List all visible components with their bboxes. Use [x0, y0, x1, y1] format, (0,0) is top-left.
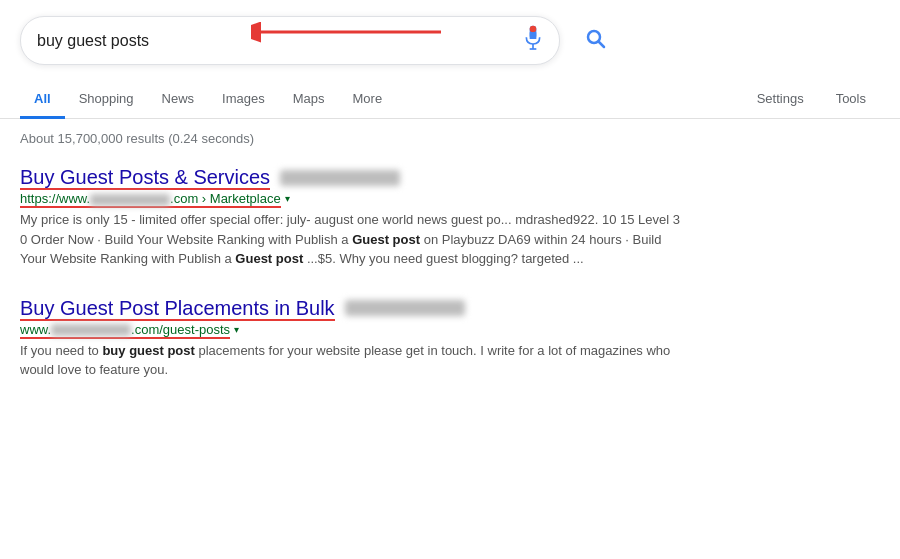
- blurred-url-2: [51, 324, 131, 336]
- dropdown-arrow-2[interactable]: ▾: [234, 324, 239, 335]
- tab-tools[interactable]: Tools: [822, 81, 880, 119]
- result-title-text-2: Buy Guest Post Placements in Bulk: [20, 297, 335, 321]
- page-wrapper: All Shopping News Images Maps More Setti…: [0, 0, 900, 559]
- result-description-1: My price is only 15 - limited offer spec…: [20, 210, 680, 269]
- search-box: [20, 16, 560, 65]
- results-area: About 15,700,000 results (0.24 seconds) …: [0, 119, 900, 428]
- tab-shopping[interactable]: Shopping: [65, 81, 148, 119]
- result-title-row-2: Buy Guest Post Placements in Bulk: [20, 297, 880, 320]
- tab-news[interactable]: News: [148, 81, 209, 119]
- results-count: About 15,700,000 results (0.24 seconds): [20, 131, 880, 146]
- result-item: Buy Guest Post Placements in Bulk www..c…: [20, 297, 880, 380]
- blurred-url-1: [90, 194, 170, 206]
- svg-rect-2: [530, 32, 537, 39]
- result-title-link-2[interactable]: Buy Guest Post Placements in Bulk: [20, 297, 335, 320]
- nav-right: Settings Tools: [743, 81, 880, 118]
- dropdown-arrow-1[interactable]: ▾: [285, 193, 290, 204]
- search-button[interactable]: [584, 27, 608, 54]
- blurred-badge-2: [345, 300, 465, 316]
- result-url-row-2: www..com/guest-posts ▾: [20, 322, 880, 337]
- mic-icon[interactable]: [523, 25, 543, 56]
- nav-tabs: All Shopping News Images Maps More Setti…: [0, 73, 900, 119]
- blurred-badge-1: [280, 170, 400, 186]
- result-title-row: Buy Guest Posts & Services: [20, 166, 880, 189]
- tab-images[interactable]: Images: [208, 81, 279, 119]
- result-title-text: Buy Guest Posts & Services: [20, 166, 270, 190]
- result-url-2[interactable]: www..com/guest-posts: [20, 322, 230, 337]
- search-header: [0, 0, 900, 65]
- tab-settings[interactable]: Settings: [743, 81, 818, 119]
- svg-line-8: [599, 42, 605, 48]
- result-description-2: If you need to buy guest post placements…: [20, 341, 680, 380]
- result-item: Buy Guest Posts & Services https://www..…: [20, 166, 880, 269]
- svg-rect-1: [530, 26, 537, 33]
- tab-maps[interactable]: Maps: [279, 81, 339, 119]
- result-url-row: https://www..com › Marketplace ▾: [20, 191, 880, 206]
- result-url-text: https://www..com › Marketplace: [20, 191, 281, 208]
- tab-more[interactable]: More: [339, 81, 397, 119]
- result-url-text-2: www..com/guest-posts: [20, 322, 230, 339]
- tab-all[interactable]: All: [20, 81, 65, 119]
- result-url[interactable]: https://www..com › Marketplace: [20, 191, 281, 206]
- search-input[interactable]: [37, 32, 515, 50]
- result-title-link[interactable]: Buy Guest Posts & Services: [20, 166, 270, 189]
